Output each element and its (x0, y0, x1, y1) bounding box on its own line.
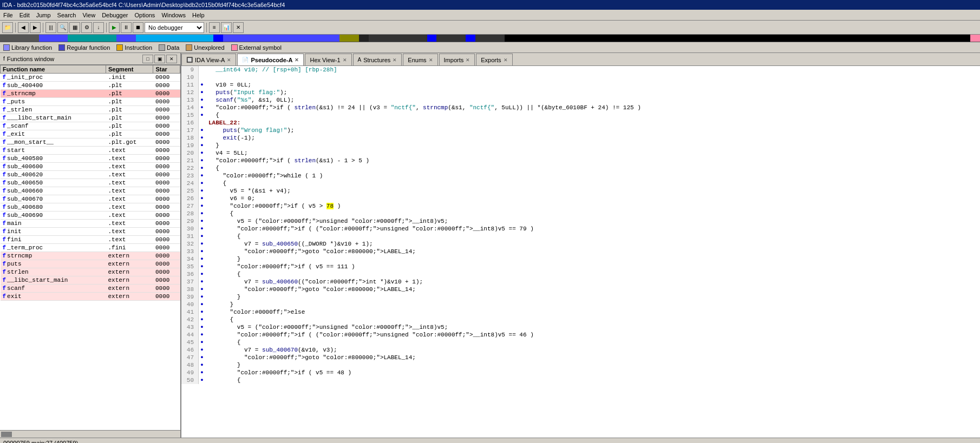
code-line[interactable]: 45● { (181, 339, 980, 346)
line-breakpoint[interactable]: ● (199, 127, 205, 134)
code-line[interactable]: 37● v7 = sub_400660(("color:#0000ff;">in… (181, 278, 980, 286)
toolbar-run[interactable]: ▶ (109, 22, 120, 33)
tab-close-enums[interactable]: ✕ (429, 57, 433, 63)
code-line[interactable]: 40● } (181, 301, 980, 308)
line-breakpoint[interactable]: ● (199, 270, 205, 278)
table-row[interactable]: fsub_400670.text0000 (1, 195, 180, 203)
code-line[interactable]: 39● } (181, 293, 980, 301)
col-segment[interactable]: Segment (106, 65, 153, 74)
toolbar-pause[interactable]: ⏸ (121, 22, 132, 33)
code-line[interactable]: 41● "color:#0000ff;">else (181, 308, 980, 316)
tab-enums[interactable]: Enums ✕ (403, 54, 437, 65)
menu-options[interactable]: Options (131, 11, 158, 19)
code-line[interactable]: 30● "color:#0000ff;">if ( ("color:#0000f… (181, 225, 980, 233)
toolbar-btn3[interactable]: ▦ (69, 22, 80, 33)
line-breakpoint[interactable]: ● (199, 217, 205, 225)
line-breakpoint[interactable]: ● (199, 301, 205, 308)
code-line[interactable]: 13● scanf("%s", &s1, 0LL); (181, 96, 980, 104)
table-row[interactable]: f__mon_start__.plt.got0000 (1, 138, 180, 147)
line-breakpoint[interactable]: ● (199, 142, 205, 149)
table-row[interactable]: fstrlenextern0000 (1, 268, 180, 276)
line-breakpoint[interactable]: ● (199, 323, 205, 331)
tab-close-struct[interactable]: ✕ (393, 57, 397, 63)
line-breakpoint[interactable]: ● (199, 248, 205, 255)
line-breakpoint[interactable]: ● (199, 81, 205, 89)
line-breakpoint[interactable]: ● (199, 157, 205, 164)
menu-search[interactable]: Search (54, 11, 80, 19)
toolbar-x[interactable]: ✕ (233, 22, 244, 33)
toolbar-back[interactable]: ◀ (18, 22, 29, 33)
code-line[interactable]: 34● } (181, 255, 980, 263)
toolbar-fwd[interactable]: ▶ (30, 22, 41, 33)
left-scrollbar[interactable] (0, 430, 180, 438)
tab-close-ida[interactable]: ✕ (227, 57, 231, 63)
line-breakpoint[interactable]: ● (199, 195, 205, 202)
line-breakpoint[interactable]: ● (199, 134, 205, 142)
table-row[interactable]: fmain.text0000 (1, 220, 180, 228)
tab-close-hex[interactable]: ✕ (343, 57, 347, 63)
table-row[interactable]: finit.text0000 (1, 228, 180, 236)
line-breakpoint[interactable]: ● (199, 180, 205, 187)
code-line[interactable]: 25● v5 = *(&s1 + v4); (181, 187, 980, 195)
menu-help[interactable]: Help (189, 11, 208, 19)
table-row[interactable]: f_term_proc.fini0000 (1, 244, 180, 252)
code-line[interactable]: 26● v6 = 0; (181, 195, 980, 202)
tab-pseudocode-a[interactable]: 📄 Pseudocode-A ✕ (237, 54, 304, 65)
menu-view[interactable]: View (79, 11, 99, 19)
tab-close-pseudo[interactable]: ✕ (295, 57, 299, 63)
line-breakpoint[interactable]: ● (199, 96, 205, 104)
functions-table[interactable]: Function name Segment Star f_init_proc.i… (0, 65, 180, 430)
line-breakpoint[interactable]: ● (199, 202, 205, 210)
line-breakpoint[interactable]: ● (199, 278, 205, 286)
table-row[interactable]: fexitextern0000 (1, 293, 180, 301)
code-line[interactable]: 18● exit(-1); (181, 134, 980, 142)
line-breakpoint[interactable]: ● (199, 263, 205, 270)
line-breakpoint[interactable]: ● (199, 369, 205, 376)
line-breakpoint[interactable]: ● (199, 89, 205, 96)
toolbar-btn1[interactable]: ||| (45, 22, 56, 33)
toolbar-btn5[interactable]: ↓ (93, 22, 104, 33)
table-row[interactable]: fsub_400620.text0000 (1, 171, 180, 179)
code-line[interactable]: 16LABEL_22: (181, 119, 980, 127)
line-breakpoint[interactable]: ● (199, 225, 205, 233)
code-line[interactable]: 21● "color:#0000ff;">if ( strlen(&s1) - … (181, 157, 980, 164)
toolbar-open[interactable]: 📁 (2, 22, 13, 33)
code-line[interactable]: 36● { (181, 270, 980, 278)
line-breakpoint[interactable]: ● (199, 376, 205, 384)
toolbar-btn4[interactable]: ⚙ (81, 22, 92, 33)
menu-file[interactable]: File (0, 11, 16, 19)
table-row[interactable]: fsub_400660.text0000 (1, 187, 180, 195)
tab-close-imports[interactable]: ✕ (466, 57, 470, 63)
code-line[interactable]: 27● "color:#0000ff;">if ( v5 > 78 ) (181, 202, 980, 210)
float-button[interactable]: □ (142, 55, 153, 63)
line-breakpoint[interactable]: ● (199, 293, 205, 301)
line-breakpoint[interactable]: ● (199, 187, 205, 195)
line-breakpoint[interactable]: ● (199, 346, 205, 354)
menu-jump[interactable]: Jump (33, 11, 54, 19)
table-row[interactable]: f_init_proc.init0000 (1, 74, 180, 82)
scroll-thumb[interactable] (1, 432, 12, 437)
tab-exports[interactable]: Exports ✕ (476, 54, 512, 65)
table-row[interactable]: ffini.text0000 (1, 236, 180, 244)
code-line[interactable]: 31● { (181, 233, 980, 240)
table-row[interactable]: f_exit.plt0000 (1, 130, 180, 138)
code-line[interactable]: 19● } (181, 142, 980, 149)
code-line[interactable]: 20● v4 = 5LL; (181, 149, 980, 157)
line-breakpoint[interactable]: ● (199, 233, 205, 240)
table-row[interactable]: fsub_400600.text0000 (1, 163, 180, 171)
code-line[interactable]: 47● "color:#0000ff;">goto "color:#800000… (181, 354, 980, 361)
code-line[interactable]: 29● v5 = ("color:#0000ff;">unsigned "col… (181, 217, 980, 225)
code-line[interactable]: 11● v10 = 0LL; (181, 81, 980, 89)
table-row[interactable]: fstart.text0000 (1, 147, 180, 155)
line-breakpoint[interactable]: ● (199, 240, 205, 248)
code-line[interactable]: 33● "color:#0000ff;">goto "color:#800000… (181, 248, 980, 255)
table-row[interactable]: fsub_400680.text0000 (1, 203, 180, 211)
table-row[interactable]: f_strlen.plt0000 (1, 106, 180, 114)
code-line[interactable]: 43● v5 = ("color:#0000ff;">unsigned "col… (181, 323, 980, 331)
table-row[interactable]: fsub_400580.text0000 (1, 155, 180, 163)
toolbar-stop[interactable]: ⏹ (133, 22, 143, 33)
tab-structures[interactable]: A Structures ✕ (353, 54, 402, 65)
code-line[interactable]: 10 (181, 74, 980, 81)
code-line[interactable]: 48● } (181, 361, 980, 369)
table-row[interactable]: fsub_400650.text0000 (1, 179, 180, 187)
